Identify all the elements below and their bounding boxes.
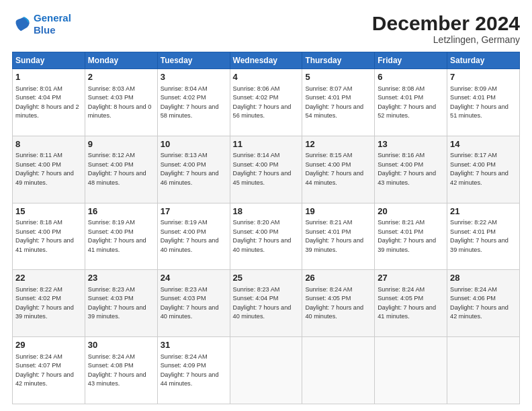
calendar-week-4: 22Sunrise: 8:22 AMSunset: 4:02 PMDayligh… (13, 270, 520, 337)
day-info: Sunrise: 8:21 AMSunset: 4:01 PMDaylight:… (378, 219, 436, 253)
calendar-cell: 24Sunrise: 8:23 AMSunset: 4:03 PMDayligh… (157, 270, 230, 337)
calendar-cell: 18Sunrise: 8:20 AMSunset: 4:00 PMDayligh… (230, 203, 302, 270)
day-info: Sunrise: 8:24 AMSunset: 4:05 PMDaylight:… (378, 286, 436, 320)
title-block: December 2024 Letzlingen, Germany (372, 12, 520, 45)
day-info: Sunrise: 8:12 AMSunset: 4:00 PMDaylight:… (88, 152, 146, 186)
calendar-cell: 6Sunrise: 8:08 AMSunset: 4:01 PMDaylight… (375, 69, 447, 136)
calendar-week-1: 1Sunrise: 8:01 AMSunset: 4:04 PMDaylight… (13, 69, 520, 136)
calendar-cell: 5Sunrise: 8:07 AMSunset: 4:01 PMDaylight… (302, 69, 375, 136)
day-number: 11 (233, 138, 300, 150)
calendar-cell: 29Sunrise: 8:24 AMSunset: 4:07 PMDayligh… (13, 337, 85, 404)
day-info: Sunrise: 8:19 AMSunset: 4:00 PMDaylight:… (88, 219, 146, 253)
day-number: 12 (305, 138, 371, 150)
calendar-cell: 3Sunrise: 8:04 AMSunset: 4:02 PMDaylight… (157, 69, 230, 136)
logo-icon (12, 15, 31, 34)
day-number: 28 (450, 272, 517, 284)
day-number: 19 (305, 205, 371, 218)
day-number: 25 (233, 272, 300, 284)
col-monday: Monday (85, 52, 157, 69)
day-info: Sunrise: 8:08 AMSunset: 4:01 PMDaylight:… (378, 85, 436, 120)
calendar-week-5: 29Sunrise: 8:24 AMSunset: 4:07 PMDayligh… (13, 337, 520, 404)
day-number: 4 (233, 71, 300, 83)
calendar-cell: 26Sunrise: 8:24 AMSunset: 4:05 PMDayligh… (302, 270, 375, 337)
day-info: Sunrise: 8:01 AMSunset: 4:04 PMDaylight:… (15, 85, 79, 120)
calendar-cell (447, 337, 520, 404)
calendar-cell (375, 337, 447, 404)
day-info: Sunrise: 8:24 AMSunset: 4:07 PMDaylight:… (15, 353, 74, 387)
calendar-subtitle: Letzlingen, Germany (372, 34, 520, 45)
day-info: Sunrise: 8:24 AMSunset: 4:06 PMDaylight:… (450, 286, 508, 320)
day-number: 16 (88, 205, 154, 218)
calendar-cell: 1Sunrise: 8:01 AMSunset: 4:04 PMDaylight… (13, 69, 85, 136)
calendar-cell: 9Sunrise: 8:12 AMSunset: 4:00 PMDaylight… (85, 136, 157, 203)
calendar-cell: 17Sunrise: 8:19 AMSunset: 4:00 PMDayligh… (157, 203, 230, 270)
day-number: 30 (88, 339, 154, 351)
day-info: Sunrise: 8:16 AMSunset: 4:00 PMDaylight:… (378, 152, 436, 186)
col-thursday: Thursday (302, 52, 375, 69)
day-info: Sunrise: 8:09 AMSunset: 4:01 PMDaylight:… (450, 85, 508, 120)
day-number: 7 (450, 71, 517, 83)
day-number: 21 (450, 205, 517, 218)
day-info: Sunrise: 8:18 AMSunset: 4:00 PMDaylight:… (15, 219, 74, 253)
day-info: Sunrise: 8:20 AMSunset: 4:00 PMDaylight:… (233, 219, 292, 253)
col-tuesday: Tuesday (157, 52, 230, 69)
day-info: Sunrise: 8:23 AMSunset: 4:04 PMDaylight:… (233, 286, 292, 320)
day-number: 10 (161, 138, 227, 150)
day-info: Sunrise: 8:04 AMSunset: 4:02 PMDaylight:… (161, 85, 219, 120)
day-number: 9 (88, 138, 154, 150)
calendar-cell: 19Sunrise: 8:21 AMSunset: 4:01 PMDayligh… (302, 203, 375, 270)
day-number: 1 (15, 71, 82, 83)
calendar-cell: 16Sunrise: 8:19 AMSunset: 4:00 PMDayligh… (85, 203, 157, 270)
day-info: Sunrise: 8:23 AMSunset: 4:03 PMDaylight:… (161, 286, 219, 320)
day-number: 5 (305, 71, 371, 83)
day-number: 23 (88, 272, 154, 284)
calendar-cell: 7Sunrise: 8:09 AMSunset: 4:01 PMDaylight… (447, 69, 520, 136)
day-number: 22 (15, 272, 82, 284)
day-info: Sunrise: 8:22 AMSunset: 4:01 PMDaylight:… (450, 219, 508, 253)
header-row: Sunday Monday Tuesday Wednesday Thursday… (13, 52, 520, 69)
day-info: Sunrise: 8:21 AMSunset: 4:01 PMDaylight:… (305, 219, 363, 253)
calendar-page: General Blue December 2024 Letzlingen, G… (0, 0, 532, 411)
day-number: 18 (233, 205, 300, 218)
day-info: Sunrise: 8:24 AMSunset: 4:05 PMDaylight:… (305, 286, 363, 320)
calendar-week-2: 8Sunrise: 8:11 AMSunset: 4:00 PMDaylight… (13, 136, 520, 203)
calendar-cell: 23Sunrise: 8:23 AMSunset: 4:03 PMDayligh… (85, 270, 157, 337)
calendar-cell: 11Sunrise: 8:14 AMSunset: 4:00 PMDayligh… (230, 136, 302, 203)
day-info: Sunrise: 8:24 AMSunset: 4:09 PMDaylight:… (161, 353, 219, 387)
calendar-cell: 21Sunrise: 8:22 AMSunset: 4:01 PMDayligh… (447, 203, 520, 270)
calendar-cell: 22Sunrise: 8:22 AMSunset: 4:02 PMDayligh… (13, 270, 85, 337)
day-number: 3 (161, 71, 227, 83)
day-info: Sunrise: 8:23 AMSunset: 4:03 PMDaylight:… (88, 286, 146, 320)
calendar-title: December 2024 (372, 12, 520, 34)
day-info: Sunrise: 8:19 AMSunset: 4:00 PMDaylight:… (161, 219, 219, 253)
day-number: 29 (15, 339, 82, 351)
day-info: Sunrise: 8:22 AMSunset: 4:02 PMDaylight:… (15, 286, 74, 320)
calendar-cell (230, 337, 302, 404)
calendar-cell: 31Sunrise: 8:24 AMSunset: 4:09 PMDayligh… (157, 337, 230, 404)
calendar-cell: 30Sunrise: 8:24 AMSunset: 4:08 PMDayligh… (85, 337, 157, 404)
calendar-cell: 14Sunrise: 8:17 AMSunset: 4:00 PMDayligh… (447, 136, 520, 203)
day-info: Sunrise: 8:24 AMSunset: 4:08 PMDaylight:… (88, 353, 146, 387)
col-friday: Friday (375, 52, 447, 69)
calendar-cell: 10Sunrise: 8:13 AMSunset: 4:00 PMDayligh… (157, 136, 230, 203)
day-info: Sunrise: 8:07 AMSunset: 4:01 PMDaylight:… (305, 85, 363, 120)
calendar-week-3: 15Sunrise: 8:18 AMSunset: 4:00 PMDayligh… (13, 203, 520, 270)
day-info: Sunrise: 8:15 AMSunset: 4:00 PMDaylight:… (305, 152, 363, 186)
calendar-cell: 12Sunrise: 8:15 AMSunset: 4:00 PMDayligh… (302, 136, 375, 203)
day-number: 2 (88, 71, 154, 83)
day-number: 14 (450, 138, 517, 150)
logo: General Blue (12, 12, 71, 36)
day-info: Sunrise: 8:14 AMSunset: 4:00 PMDaylight:… (233, 152, 292, 186)
header: General Blue December 2024 Letzlingen, G… (12, 12, 520, 45)
calendar-cell: 13Sunrise: 8:16 AMSunset: 4:00 PMDayligh… (375, 136, 447, 203)
calendar-cell: 2Sunrise: 8:03 AMSunset: 4:03 PMDaylight… (85, 69, 157, 136)
day-number: 6 (378, 71, 444, 83)
day-info: Sunrise: 8:06 AMSunset: 4:02 PMDaylight:… (233, 85, 292, 120)
day-number: 17 (161, 205, 227, 218)
day-number: 27 (378, 272, 444, 284)
day-number: 31 (161, 339, 227, 351)
calendar-cell: 8Sunrise: 8:11 AMSunset: 4:00 PMDaylight… (13, 136, 85, 203)
day-info: Sunrise: 8:03 AMSunset: 4:03 PMDaylight:… (88, 85, 152, 120)
calendar-cell: 27Sunrise: 8:24 AMSunset: 4:05 PMDayligh… (375, 270, 447, 337)
col-wednesday: Wednesday (230, 52, 302, 69)
